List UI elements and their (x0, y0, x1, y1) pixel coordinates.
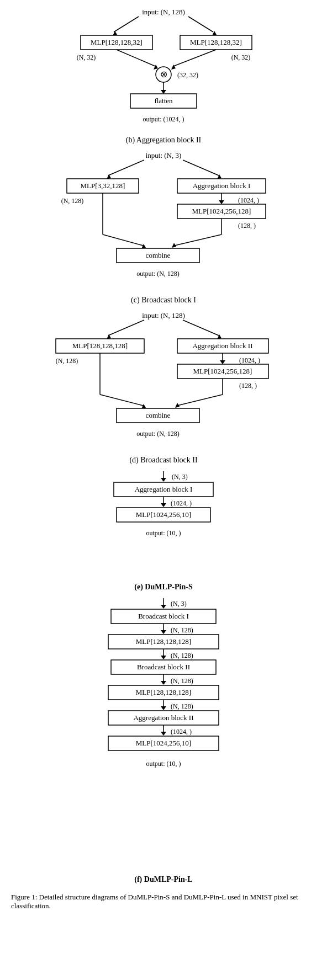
svg-marker-85 (161, 605, 166, 609)
agg2-section: input: (N, 128) MLP[128,128,32] (N, 32) … (0, 6, 327, 147)
broadcast1-label: (c) Broadcast block I (131, 296, 196, 305)
svg-text:output: (10, ): output: (10, ) (146, 760, 181, 768)
svg-line-26 (183, 160, 219, 175)
svg-text:combine: combine (146, 411, 171, 419)
svg-marker-12 (154, 65, 158, 70)
svg-text:(N, 128): (N, 128) (56, 357, 78, 365)
svg-text:Broadcast block II: Broadcast block II (137, 663, 190, 671)
svg-text:output: (10, ): output: (10, ) (146, 529, 181, 537)
agg2-label: (b) Aggregation block II (126, 136, 201, 145)
figure-caption-text: Figure 1: Detailed structure diagrams of… (11, 893, 298, 910)
svg-text:(N, 128): (N, 128) (171, 677, 193, 685)
svg-text:MLP[1024,256,10]: MLP[1024,256,10] (136, 510, 191, 519)
svg-text:(N, 32): (N, 32) (231, 54, 251, 61)
svg-line-24 (108, 160, 144, 175)
broadcast2-diagram: input: (N, 128) MLP[128,128,128] (N, 128… (45, 309, 282, 452)
svg-line-13 (173, 50, 216, 66)
svg-text:(N, 32): (N, 32) (77, 54, 96, 61)
svg-text:⊗: ⊗ (160, 70, 167, 79)
svg-marker-59 (220, 360, 225, 364)
svg-line-1 (114, 17, 139, 32)
svg-text:input: (N, 128): input: (N, 128) (142, 8, 185, 16)
svg-line-43 (175, 235, 221, 246)
svg-text:MLP[128,128,128]: MLP[128,128,128] (72, 342, 128, 350)
svg-line-11 (117, 50, 155, 66)
svg-text:(128, ): (128, ) (239, 382, 257, 390)
svg-line-40 (103, 235, 143, 246)
agg2-diagram: input: (N, 128) MLP[128,128,32] (N, 32) … (53, 6, 274, 132)
svg-marker-90 (161, 630, 166, 634)
svg-text:MLP[1024,256,128]: MLP[1024,256,128] (193, 367, 252, 375)
dumlp-l-label: (f) DuMLP-Pin-L (134, 875, 192, 884)
svg-text:input: (N, 128): input: (N, 128) (142, 311, 185, 319)
svg-marker-95 (161, 656, 166, 659)
svg-line-65 (100, 395, 143, 406)
dumlp-s-label: (e) DuMLP-Pin-S (134, 583, 192, 592)
svg-text:(N, 3): (N, 3) (171, 600, 187, 608)
broadcast2-label: (d) Broadcast block II (129, 456, 197, 465)
svg-marker-34 (219, 200, 224, 204)
svg-text:MLP[128,128,128]: MLP[128,128,128] (136, 688, 191, 696)
broadcast1-section: input: (N, 3) MLP[3,32,128] (N, 128) Agg… (0, 149, 327, 307)
svg-marker-74 (161, 478, 166, 482)
svg-marker-110 (161, 732, 166, 736)
dumlp-s-diagram: (N, 3) Aggregation block I (1024, ) MLP[… (81, 469, 246, 579)
svg-text:(N, 128): (N, 128) (171, 626, 193, 634)
dumlp-l-diagram: (N, 3) Broadcast block I (N, 128) MLP[12… (78, 596, 249, 872)
svg-line-3 (188, 17, 213, 32)
svg-text:flatten: flatten (154, 97, 173, 105)
svg-text:Aggregation block II: Aggregation block II (133, 713, 193, 722)
svg-text:MLP[1024,256,10]: MLP[1024,256,10] (136, 739, 191, 747)
svg-marker-19 (161, 90, 166, 94)
svg-line-51 (183, 320, 219, 335)
svg-line-49 (108, 320, 144, 335)
svg-text:output: (1024, ): output: (1024, ) (143, 115, 184, 123)
svg-text:MLP[128,128,32]: MLP[128,128,32] (190, 38, 242, 46)
svg-text:(1024, ): (1024, ) (239, 356, 260, 364)
svg-text:(1024, ): (1024, ) (171, 499, 192, 507)
svg-text:Aggregation block II: Aggregation block II (192, 342, 252, 350)
dumlp-s-section: (N, 3) Aggregation block I (1024, ) MLP[… (0, 469, 327, 594)
figure-caption: Figure 1: Detailed structure diagrams of… (0, 888, 327, 910)
svg-marker-79 (161, 503, 166, 507)
broadcast2-section: input: (N, 128) MLP[128,128,128] (N, 128… (0, 309, 327, 467)
svg-text:output: (N, 128): output: (N, 128) (136, 270, 180, 278)
svg-text:(1024, ): (1024, ) (238, 196, 259, 204)
svg-text:(N, 3): (N, 3) (172, 473, 188, 481)
svg-text:combine: combine (146, 251, 171, 259)
svg-line-68 (177, 395, 223, 406)
svg-text:(1024, ): (1024, ) (171, 728, 192, 736)
svg-text:MLP[128,128,32]: MLP[128,128,32] (91, 38, 143, 46)
svg-text:output: (N, 128): output: (N, 128) (136, 430, 180, 438)
svg-text:(N, 128): (N, 128) (171, 702, 193, 710)
svg-text:Aggregation block I: Aggregation block I (193, 182, 251, 190)
broadcast1-diagram: input: (N, 3) MLP[3,32,128] (N, 128) Agg… (45, 149, 282, 292)
svg-text:MLP[128,128,128]: MLP[128,128,128] (136, 637, 191, 646)
svg-text:Broadcast block I: Broadcast block I (138, 612, 189, 620)
svg-text:input: (N, 3): input: (N, 3) (146, 151, 182, 159)
svg-text:(128, ): (128, ) (238, 222, 256, 230)
svg-text:MLP[1024,256,128]: MLP[1024,256,128] (192, 207, 251, 215)
svg-text:(32, 32): (32, 32) (177, 71, 198, 79)
svg-marker-100 (161, 681, 166, 685)
svg-text:MLP[3,32,128]: MLP[3,32,128] (81, 182, 125, 190)
dumlp-l-section: (N, 3) Broadcast block I (N, 128) MLP[12… (0, 596, 327, 886)
svg-marker-105 (161, 706, 166, 710)
svg-text:(N, 128): (N, 128) (61, 197, 84, 205)
svg-text:(N, 128): (N, 128) (171, 652, 193, 659)
svg-text:Aggregation block I: Aggregation block I (135, 485, 193, 493)
